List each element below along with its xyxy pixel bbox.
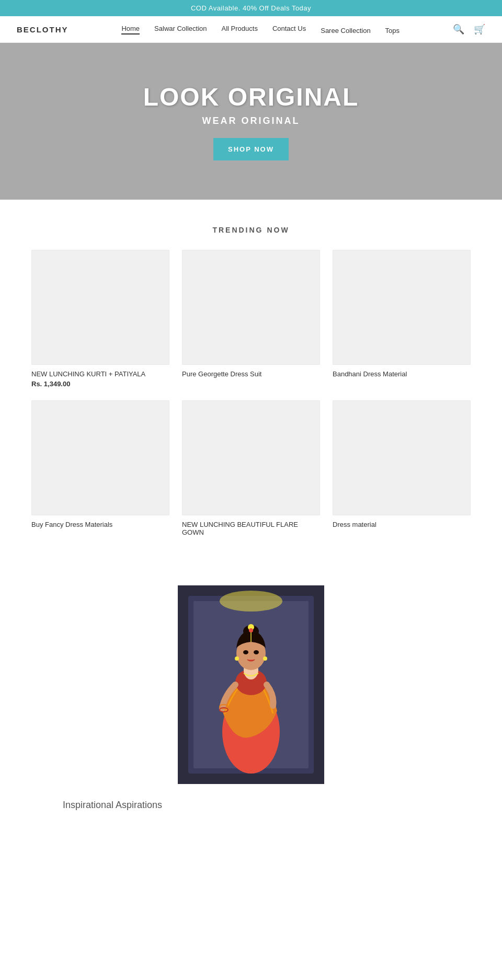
hero-subheading: WEAR ORIGINAL (202, 116, 300, 126)
product-name-4: Buy Fancy Dress Materials (31, 521, 169, 528)
nav-tops[interactable]: Tops (385, 27, 400, 34)
product-image-4 (31, 400, 169, 515)
product-grid: NEW LUNCHING KURTI + PATIYALA Rs. 1,349.… (31, 250, 471, 538)
product-price-1: Rs. 1,349.00 (31, 380, 169, 388)
product-name-3: Bandhani Dress Material (333, 370, 471, 378)
svg-point-12 (243, 650, 248, 654)
search-icon[interactable]: 🔍 (453, 24, 464, 35)
hero-heading: LOOK ORIGINAL (143, 83, 359, 111)
product-card-5[interactable]: NEW LUNCHING BEAUTIFUL FLARE GOWN (182, 400, 320, 538)
top-banner: COD Available. 40% Off Deals Today (0, 0, 502, 16)
product-name-5: NEW LUNCHING BEAUTIFUL FLARE GOWN (182, 521, 320, 536)
saree-image-container (178, 585, 324, 784)
trending-section: TRENDING NOW NEW LUNCHING KURTI + PATIYA… (0, 200, 502, 554)
product-image-2 (182, 250, 320, 365)
cart-icon[interactable]: 🛒 (474, 24, 485, 35)
banner-text: COD Available. 40% Off Deals Today (191, 4, 311, 12)
product-card-6[interactable]: Dress material (333, 400, 471, 538)
shop-now-button[interactable]: SHOP NOW (213, 138, 289, 160)
main-nav: Home Salwar Collection All Products Cont… (69, 25, 453, 34)
nav-contact-us[interactable]: Contact Us (272, 25, 306, 34)
product-name-6: Dress material (333, 521, 471, 528)
svg-point-3 (220, 591, 282, 612)
svg-point-16 (235, 656, 239, 661)
product-image-6 (333, 400, 471, 515)
nav-saree-collection[interactable]: Saree Collection (321, 27, 370, 34)
product-card-3[interactable]: Bandhani Dress Material (333, 250, 471, 388)
trending-title: TRENDING NOW (31, 226, 471, 234)
product-image-3 (333, 250, 471, 365)
product-image-1 (31, 250, 169, 365)
inspirational-section: Inspirational Aspirations (0, 554, 502, 826)
nav-home[interactable]: Home (121, 25, 140, 34)
saree-image (178, 585, 324, 784)
product-name-2: Pure Georgette Dress Suit (182, 370, 320, 378)
hero-section: LOOK ORIGINAL WEAR ORIGINAL SHOP NOW (0, 43, 502, 200)
product-card-2[interactable]: Pure Georgette Dress Suit (182, 250, 320, 388)
nav-all-products[interactable]: All Products (222, 25, 258, 34)
svg-point-13 (254, 650, 259, 654)
product-image-5 (182, 400, 320, 515)
saree-illustration (178, 585, 324, 784)
header: BECLOTHY Home Salwar Collection All Prod… (0, 16, 502, 43)
svg-point-11 (249, 628, 253, 632)
inspirational-label: Inspirational Aspirations (63, 800, 471, 811)
product-card-4[interactable]: Buy Fancy Dress Materials (31, 400, 169, 538)
product-card-1[interactable]: NEW LUNCHING KURTI + PATIYALA Rs. 1,349.… (31, 250, 169, 388)
header-icons: 🔍 🛒 (453, 24, 485, 35)
product-name-1: NEW LUNCHING KURTI + PATIYALA (31, 370, 169, 378)
nav-salwar-collection[interactable]: Salwar Collection (154, 25, 207, 34)
logo[interactable]: BECLOTHY (17, 25, 69, 34)
svg-point-17 (263, 656, 267, 661)
